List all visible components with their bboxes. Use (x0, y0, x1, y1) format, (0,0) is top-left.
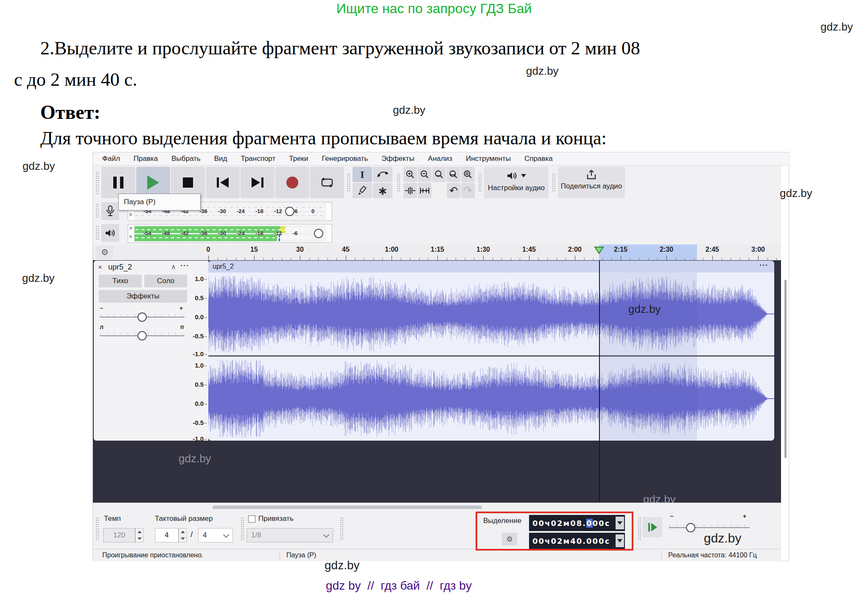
gear-icon: ⚙ (506, 535, 512, 543)
track-collapse-icon[interactable]: ∧ (171, 263, 176, 271)
snap-grip[interactable] (241, 517, 244, 541)
snap-checkbox[interactable] (248, 515, 255, 523)
trim-audio-button[interactable] (403, 183, 417, 198)
menu-edit[interactable]: Правка (134, 155, 158, 163)
envelope-tool-button[interactable] (373, 167, 392, 182)
playback-speed-slider[interactable] (669, 527, 750, 528)
zoom-project-button[interactable] (447, 167, 460, 182)
zoom-toggle-button[interactable] (461, 167, 475, 182)
play-meter-right-label: п (129, 234, 132, 239)
pan-slider-knob[interactable] (137, 331, 147, 340)
audacity-window: Файл Правка Выбрать Вид Транспорт Треки … (92, 152, 789, 561)
horizontal-scrollbar-thumb[interactable] (213, 506, 482, 509)
zoom-selection-button[interactable] (432, 167, 446, 182)
audio-setup-grip[interactable] (478, 173, 482, 192)
trim-audio-icon (405, 186, 415, 195)
recording-volume-knob[interactable] (285, 207, 294, 216)
redo-button[interactable]: ↷ (461, 183, 475, 198)
loop-button[interactable] (310, 167, 344, 198)
selection-end-dropdown[interactable] (616, 534, 624, 547)
snap-select[interactable]: 1/8 (246, 528, 333, 543)
playback-meter[interactable]: л п -54 -48 -42 -36 -30 -24 -18 -12 -6 (128, 224, 332, 243)
pan-left-label: л (100, 323, 104, 330)
selection-options-button[interactable]: ⚙ (502, 533, 517, 545)
clip-menu-icon[interactable]: ··· (759, 261, 768, 271)
silence-audio-button[interactable] (418, 183, 431, 198)
audio-settings-button[interactable]: Настройки аудио (484, 167, 549, 198)
draw-tool-button[interactable] (353, 183, 372, 198)
time-grip[interactable] (340, 517, 344, 541)
task-text-line1: 2.Выделите и прослушайте фрагмент загруж… (40, 37, 640, 59)
menu-generate[interactable]: Генерировать (322, 155, 368, 163)
zoom-out-button[interactable] (418, 167, 431, 182)
pause-icon (113, 177, 123, 188)
clip-header[interactable]: upr5_2 ··· (208, 261, 774, 273)
microphone-icon (106, 205, 115, 216)
play-meter-left-label: л (129, 225, 132, 231)
silence-audio-icon (420, 186, 430, 195)
playspeed-grip[interactable] (638, 517, 641, 541)
skip-to-start-button[interactable] (206, 167, 240, 198)
timesig-numerator-input[interactable]: 4 (155, 528, 179, 543)
horizontal-scrollbar[interactable] (93, 503, 781, 512)
tempo-input[interactable]: 120 (103, 528, 135, 543)
gain-slider-knob[interactable] (137, 312, 147, 322)
speed-slider-knob[interactable] (686, 523, 695, 532)
solo-button[interactable]: Соло (144, 275, 187, 287)
timesig-denominator-select[interactable]: 4 (198, 528, 233, 543)
tools-grip[interactable] (347, 173, 350, 192)
menu-tracks[interactable]: Треки (289, 155, 308, 163)
mute-button[interactable]: Тихо (99, 275, 142, 287)
selection-start-dropdown[interactable] (616, 517, 624, 529)
playback-meter-button[interactable] (101, 224, 119, 242)
share-grip[interactable] (552, 173, 556, 192)
menu-file[interactable]: Файл (102, 155, 120, 163)
rec-meter-grip[interactable] (95, 203, 99, 219)
play-at-speed-button[interactable] (643, 517, 662, 537)
undo-button[interactable]: ↶ (447, 183, 460, 198)
toolbar-grip[interactable] (95, 171, 99, 194)
selection-tool-button[interactable]: I (353, 167, 372, 182)
timeline-options-button[interactable]: ⚙ (96, 246, 113, 259)
play-meter-grip[interactable] (95, 225, 99, 241)
watermark: gdz.by (22, 272, 55, 285)
audio-clip[interactable]: upr5_2 ··· (208, 261, 774, 441)
rec-meter-right-label: п (129, 212, 132, 217)
playback-volume-knob[interactable] (314, 229, 323, 238)
edit-grip[interactable] (397, 173, 400, 192)
track-close-icon[interactable]: × (98, 263, 102, 272)
tempo-grip[interactable] (95, 517, 99, 541)
speed-minus-label: − (670, 513, 673, 520)
menu-effects[interactable]: Эффекты (381, 155, 414, 163)
vertical-scrollbar[interactable] (784, 280, 787, 458)
tempo-spinner[interactable] (135, 528, 143, 543)
share-upload-icon (586, 169, 597, 180)
track-menu-icon[interactable]: ··· (180, 261, 189, 270)
tracks-area: × upr5_2 ∧ ··· Тихо Соло Эффекты − + л п (93, 260, 781, 503)
menu-view[interactable]: Вид (214, 155, 227, 163)
share-audio-button[interactable]: Поделиться аудио (558, 167, 625, 198)
menu-select[interactable]: Выбрать (171, 155, 200, 163)
zoom-selection-icon (434, 170, 444, 179)
menu-transport[interactable]: Транспорт (241, 155, 275, 163)
zoom-out-icon (420, 170, 429, 179)
zoom-in-icon (406, 170, 415, 179)
effects-button[interactable]: Эффекты (99, 290, 187, 303)
watermark: gdz.by (22, 160, 55, 173)
selection-start-field[interactable]: 00ч02м08.000с (529, 515, 625, 531)
multi-tool-button[interactable]: ∗ (373, 183, 392, 198)
highlighted-digit: 0 (586, 519, 593, 528)
selection-end-field[interactable]: 00ч02м40.000с (529, 533, 625, 549)
skip-to-end-button[interactable] (241, 167, 274, 198)
vertical-scale[interactable]: 1.0 0.5 0.0 -0.5 -1.0 1.0 0.5 0.0 -0.5 -… (190, 261, 209, 441)
track-name[interactable]: upr5_2 (108, 263, 132, 272)
menu-analyze[interactable]: Анализ (428, 155, 452, 163)
zoom-in-button[interactable] (403, 167, 417, 182)
menu-tools[interactable]: Инструменты (466, 155, 511, 163)
record-meter-button[interactable] (101, 202, 119, 220)
record-button[interactable] (275, 167, 309, 198)
playhead-triangle-icon[interactable] (594, 246, 604, 254)
timesig-spinner[interactable] (179, 528, 187, 543)
menu-help[interactable]: Справка (524, 155, 553, 163)
timeline-ruler[interactable]: 0 15 30 45 1:00 1:15 1:30 1:45 2:00 2:15… (93, 245, 781, 261)
